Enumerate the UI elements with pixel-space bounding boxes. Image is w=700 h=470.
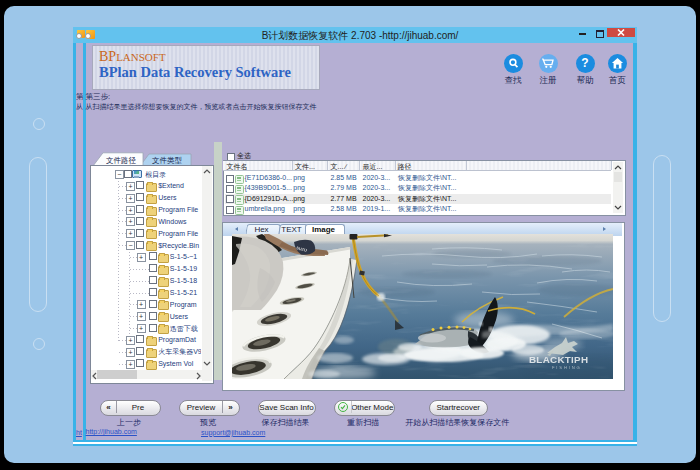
svg-text:文件路径: 文件路径 bbox=[106, 156, 137, 165]
svg-text:FISHING: FISHING bbox=[552, 365, 582, 370]
svg-text:BLACKTIPH: BLACKTIPH bbox=[529, 354, 588, 365]
